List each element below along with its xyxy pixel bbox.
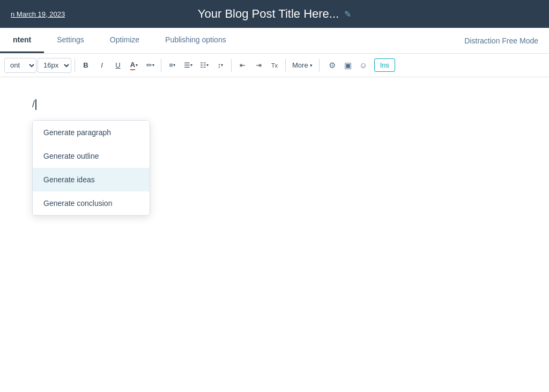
nav-tabs: ntent Settings Optimize Publishing optio…: [0, 28, 549, 54]
blog-title: Your Blog Post Title Here... ✎: [198, 7, 351, 21]
toolbar-divider-5: [319, 59, 320, 72]
link-icon: ⚙: [329, 61, 336, 70]
indent-icon: ⇥: [256, 61, 262, 69]
line-height-arrow: ▾: [221, 63, 223, 68]
image-button[interactable]: ▣: [340, 58, 355, 73]
bullet-list-icon: ☰: [184, 61, 190, 69]
bullet-list-button[interactable]: ☰ ▾: [181, 58, 196, 73]
editor-content: /: [32, 99, 517, 110]
bold-button[interactable]: B: [78, 58, 93, 73]
bullet-arrow: ▾: [190, 63, 192, 68]
emoji-button[interactable]: ☺: [356, 58, 371, 73]
more-button[interactable]: More ▾: [289, 59, 316, 71]
tab-publishing[interactable]: Publishing options: [152, 28, 239, 53]
italic-button[interactable]: I: [94, 58, 109, 73]
highlight-button[interactable]: ✏ ▾: [143, 58, 158, 73]
outdent-icon: ⇤: [240, 61, 246, 69]
clear-format-label: Tx: [271, 62, 278, 69]
link-button[interactable]: ⚙: [325, 58, 340, 73]
tab-distraction-free[interactable]: Distraction Free Mode: [454, 28, 549, 53]
outdent-button[interactable]: ⇤: [235, 58, 250, 73]
highlight-icon: ✏: [146, 61, 152, 69]
line-height-button[interactable]: ↕ ▾: [213, 58, 228, 73]
tab-settings[interactable]: Settings: [44, 28, 97, 53]
numbered-arrow: ▾: [206, 63, 209, 68]
toolbar-right-icons: ⚙ ▣ ☺: [325, 58, 371, 73]
toolbar-divider-3: [231, 59, 232, 72]
tab-content[interactable]: ntent: [0, 28, 44, 53]
edit-title-icon[interactable]: ✎: [344, 9, 351, 19]
generate-ideas-item[interactable]: Generate ideas: [33, 168, 150, 191]
insert-button[interactable]: Ins: [374, 58, 395, 72]
numbered-list-icon: ☷: [200, 61, 206, 69]
editor-area[interactable]: / Generate paragraph Generate outline Ge…: [0, 77, 549, 392]
image-icon: ▣: [344, 61, 352, 70]
generate-outline-item[interactable]: Generate outline: [33, 144, 150, 168]
top-bar: n March 19, 2023 Your Blog Post Title He…: [0, 0, 549, 28]
color-arrow: ▾: [136, 63, 138, 68]
generate-paragraph-item[interactable]: Generate paragraph: [33, 121, 150, 144]
emoji-icon: ☺: [359, 61, 367, 70]
more-label: More: [292, 61, 308, 69]
align-icon: ≡: [169, 61, 173, 69]
indent-button[interactable]: ⇥: [251, 58, 266, 73]
align-arrow: ▾: [173, 63, 175, 68]
clear-format-button[interactable]: Tx: [267, 58, 282, 73]
date-link[interactable]: n March 19, 2023: [11, 10, 65, 18]
text-cursor: [35, 99, 36, 110]
ai-dropdown-menu: Generate paragraph Generate outline Gene…: [32, 120, 150, 216]
highlight-arrow: ▾: [152, 63, 154, 68]
numbered-list-button[interactable]: ☷ ▾: [197, 58, 212, 73]
toolbar-divider-1: [75, 59, 75, 72]
tab-optimize[interactable]: Optimize: [97, 28, 152, 53]
toolbar-divider-2: [161, 59, 161, 72]
generate-conclusion-item[interactable]: Generate conclusion: [33, 191, 150, 215]
toolbar-divider-4: [285, 59, 286, 72]
font-size-select[interactable]: 16px: [38, 58, 71, 73]
title-text: Your Blog Post Title Here...: [198, 7, 339, 21]
align-button[interactable]: ≡ ▾: [165, 58, 180, 73]
more-arrow-icon: ▾: [310, 63, 313, 68]
insert-label: Ins: [380, 61, 389, 69]
editor-toolbar: ont 16px B I U A ▾ ✏ ▾ ≡ ▾ ☰ ▾ ☷ ▾ ↕ ▾ ⇤…: [0, 54, 549, 77]
cursor-slash: /: [32, 99, 35, 110]
text-color-button[interactable]: A ▾: [127, 58, 142, 73]
underline-button[interactable]: U: [110, 58, 125, 73]
text-color-label: A: [130, 61, 135, 70]
font-select[interactable]: ont: [4, 58, 36, 73]
